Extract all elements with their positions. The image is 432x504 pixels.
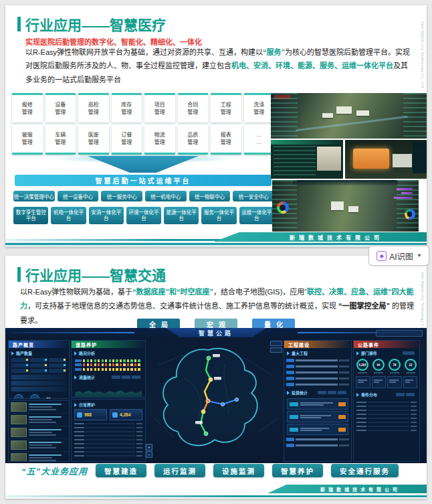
project-row [284,357,351,363]
dashboard-datetime-pill [376,330,423,337]
stat-value: 988 [84,412,92,417]
screenshot-dashboard-table [271,140,343,179]
module-card-medwaste: 医废管理 [78,125,109,155]
center-security: 统一安全中心 [233,191,274,201]
asset-info-row [11,387,66,392]
slide2-title-row: 行业应用——智慧交通 [17,264,166,284]
sub-daily-maintenance: 日常养护 [72,400,145,409]
document-icon [112,412,118,418]
panel-event-list [8,400,70,462]
map-layer-buttons [270,341,282,353]
panel-projects: 工程建设 重大工程 投资统计 [284,340,352,462]
event-thumbnail [11,415,27,424]
module-card-logistics: 物流管理 [144,125,175,155]
asset-stat-grid [9,357,69,373]
condition-dot-row [75,359,142,362]
body-seg-bold: “一图掌控全局” [338,302,390,310]
company-ribbon: 新瑞数城技术有限公司 [214,232,427,242]
orange-building [353,149,389,169]
project-row [284,442,351,448]
module-label: 管理 [253,109,264,116]
ai-sparkle-icon [376,251,387,261]
maintenance-bar-list [72,420,145,459]
module-label: 报修 [22,102,33,109]
center-iot: 统一物联中心 [189,191,231,201]
module-label: 管理 [221,109,231,116]
sub-road-asset-count: 路产数量 [9,348,69,357]
module-label: 管理 [88,109,99,116]
ai-recognize-button[interactable]: AI识图 [368,246,429,266]
module-label: 车辆 [55,132,66,139]
ai-button-label: AI识图 [389,250,413,262]
sub-department-events: 部门事件 [354,348,419,357]
donut-chart [405,209,415,220]
event-row [9,401,69,414]
event-thumbnail [11,453,27,462]
stat-card: 988 [74,409,107,420]
center-mep: 统一机电中心 [145,191,187,201]
event-thumbnail [11,428,27,437]
biz-button-maintenance: 智慧养护 [272,464,323,477]
body-seg-highlight: “数据底座”和“时空底座” [132,288,213,296]
map-layer-button [270,341,282,346]
module-card-repair: 报修管理 [12,93,43,122]
platform-banner: 智慧后勤一站式运维平台 [15,175,272,186]
purple-bar [397,188,413,190]
center-decision: 统一决策管理中心 [13,191,55,201]
module-label: 设备 [55,102,66,109]
screenshot-orange-building [345,140,427,179]
chevron-down-icon [417,254,421,257]
slide2-title: 行业应用——智慧交通 [25,264,166,284]
sub-major-projects: 重大工程 [284,348,351,357]
sub-label-text: 投资统计 [292,390,308,396]
module-label: 管理 [22,139,33,147]
slide1-title-row: 行业应用——智慧医疗 [17,14,166,34]
gauge-value: 22 [405,359,417,371]
slide1-side-watermark: Sino Digital City Technology Co., Ltd [421,21,425,88]
sub-event-distribution: 事件分布 [354,390,419,399]
module-label: 管理 [22,109,33,116]
date-filter-pill [403,351,415,355]
gauge: 94 [372,359,385,373]
asset-stat-value: 72 [46,397,51,399]
sub-label-text: 部门事件 [361,350,377,356]
daily-stat-cards: 988 4,284 [72,409,145,420]
slide-bottom-strip [5,242,427,247]
sub-investment-stats: 投资统计 [284,388,351,397]
module-label: 管理 [154,109,165,116]
document-icon [77,412,82,418]
traffic-dashboard: 智慧公路 路产概览 路产数量 72 [5,328,427,463]
title-accent-bar [17,267,21,282]
screenshot-hospital-campus [271,93,427,139]
building [348,206,358,212]
panel-projects-title: 工程建设 [284,341,351,348]
event-row [9,414,69,426]
header-accent-line [11,332,134,333]
donut-chart [277,201,289,214]
gauge-value: 94 [372,359,385,371]
center-service: 统一服务中心 [101,191,142,201]
module-label: 医废 [88,132,99,139]
module-label: 管理 [221,139,231,147]
module-label: 品质 [187,132,198,139]
panel-road-maintenance-title: 道路养护 [72,341,145,348]
platform-energy: 能源一体化平台 [164,207,199,224]
module-grid: 报修管理 设备管理 巡检管理 库存管理 项目管理 合同管理 工程管理 洗涤管理 … [12,93,274,155]
event-gauges: 4,284 94 78 22 [354,357,419,375]
module-label: 项目 [154,102,165,109]
map-zoom-control [146,444,152,458]
investment-card [287,424,348,435]
module-label: 管理 [154,139,165,147]
slide-smart-traffic: 行业应用——智慧交通 以R-Easy弹性物联网为基础，基于“数据底座”和“时空底… [5,256,427,499]
biz-button-safety: 安全通行服务 [331,464,399,477]
module-label: 管理 [121,109,132,116]
sub-road-condition: 路况分析 [72,348,145,357]
project-row [284,375,351,382]
platform-service: 服务一体化平台 [201,207,236,224]
footer-line [5,495,427,497]
body-seg: 以R-Easy弹性物联网为基础，基于 [20,288,132,296]
gauge-value: 4,284 [356,359,368,371]
gauge: 78 [389,359,401,373]
biz-button-construction: 智慧建造 [96,464,146,477]
sub-label-text: 流量统计 [79,374,95,380]
